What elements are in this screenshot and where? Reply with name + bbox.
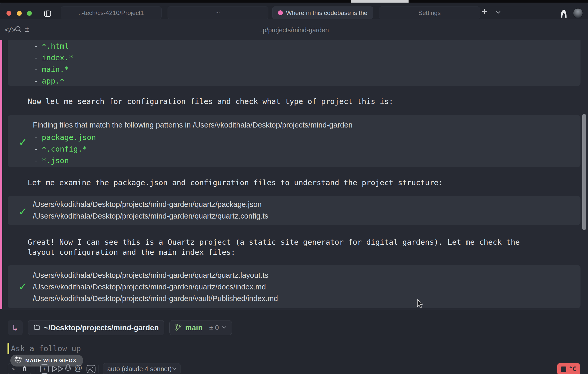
tab-list-chevron-down-icon[interactable] bbox=[495, 10, 501, 15]
terminal-mode-icon[interactable]: >_ bbox=[11, 366, 18, 372]
tool-call-block-patterns-top[interactable]: -*.html -index.* -main.* -app.* bbox=[8, 40, 581, 86]
conversation-area: -*.html -index.* -main.* -app.* Now let … bbox=[0, 40, 588, 310]
text-cursor bbox=[7, 343, 9, 354]
minimize-window-button[interactable] bbox=[17, 11, 22, 16]
close-window-button[interactable] bbox=[6, 11, 11, 16]
mention-icon[interactable]: @ bbox=[74, 364, 82, 373]
file-path: /Users/vkodithala/Desktop/projects/mind-… bbox=[33, 294, 278, 303]
current-path-title: ..p/projects/mind-garden bbox=[0, 26, 588, 34]
pattern-item: -*.json bbox=[34, 156, 69, 165]
working-directory-pill[interactable]: ~/Desktop/projects/mind-garden bbox=[28, 320, 164, 335]
tools-divider bbox=[99, 365, 99, 373]
file-path: /Users/vkodithala/Desktop/projects/mind-… bbox=[33, 283, 266, 291]
interrupt-button[interactable]: ^C bbox=[557, 363, 580, 374]
stop-icon bbox=[561, 366, 566, 372]
pattern-item: -main.* bbox=[34, 65, 69, 74]
desktop-background-light-segment bbox=[351, 0, 409, 3]
microphone-icon[interactable] bbox=[64, 364, 72, 374]
user-avatar[interactable] bbox=[573, 8, 583, 18]
activity-dot-icon bbox=[278, 10, 283, 15]
maximize-window-button[interactable] bbox=[27, 11, 32, 16]
folder-icon bbox=[33, 324, 41, 332]
chevron-down-icon bbox=[222, 325, 227, 330]
file-path: /Users/vkodithala/Desktop/projects/mind-… bbox=[33, 200, 262, 209]
tab-label: Settings bbox=[418, 9, 441, 17]
branch-name: main bbox=[185, 324, 203, 332]
scrollbar-thumb[interactable] bbox=[582, 114, 586, 230]
diff-count: ± 0 bbox=[209, 324, 219, 332]
interrupt-label: ^C bbox=[569, 365, 576, 373]
return-arrow-icon: ↳ bbox=[13, 323, 18, 333]
tool-call-block-read-layout-files[interactable]: ✓ /Users/vkodithala/Desktop/projects/min… bbox=[8, 265, 581, 308]
tab-project1[interactable]: ..-tech/cs-4210/Project1 bbox=[61, 6, 162, 19]
context-bar: ↳ ~/Desktop/projects/mind-garden main ± … bbox=[8, 320, 232, 335]
pattern-item: -app.* bbox=[34, 77, 64, 85]
git-branch-icon bbox=[175, 323, 182, 332]
model-label: auto (claude 4 sonnet) bbox=[107, 365, 172, 373]
pattern-item: -index.* bbox=[34, 54, 73, 62]
file-path: /Users/vkodithala/Desktop/projects/mind-… bbox=[33, 271, 268, 280]
terminal-window: ..-tech/cs-4210/Project1 ~ Where in this… bbox=[0, 3, 588, 374]
watermark-label: MADE WITH GIFOX bbox=[25, 358, 77, 363]
success-check-icon: ✓ bbox=[19, 280, 26, 292]
attach-image-icon[interactable] bbox=[86, 364, 96, 374]
pattern-item: -package.json bbox=[34, 133, 96, 142]
desktop-background-strip bbox=[0, 0, 588, 3]
tools-divider bbox=[36, 365, 36, 373]
mode-switcher[interactable]: >_ bbox=[8, 363, 31, 374]
agent-accent-stripe bbox=[0, 40, 2, 309]
pill-divider bbox=[206, 324, 206, 332]
composer-tools-row: >_ / @ auto (claude 4 sonnet) bbox=[0, 363, 588, 374]
toolbar: </> ± ..p/projects/mind-garden bbox=[0, 19, 588, 40]
fast-forward-icon[interactable] bbox=[51, 365, 64, 374]
model-selector[interactable]: auto (claude 4 sonnet) bbox=[103, 363, 180, 374]
agent-mode-icon[interactable] bbox=[22, 365, 27, 373]
pattern-item: -*.config.* bbox=[34, 145, 87, 153]
tab-settings[interactable]: Settings bbox=[379, 6, 480, 19]
sidebar-toggle-icon[interactable] bbox=[44, 10, 51, 18]
slash-command-icon[interactable]: / bbox=[40, 364, 49, 374]
agent-message: Let me examine the package.json and conf… bbox=[28, 178, 443, 188]
mouse-cursor bbox=[416, 299, 425, 310]
tool-call-block-find-files[interactable]: ✓ Finding files that match the following… bbox=[8, 115, 581, 167]
tab-home[interactable]: ~ bbox=[168, 6, 268, 19]
tool-call-header: Finding files that match the following p… bbox=[33, 121, 352, 129]
followup-input[interactable]: Ask a follow up bbox=[11, 344, 81, 353]
tab-codebase-question[interactable]: Where in this codebase is the bbox=[272, 6, 373, 19]
chevron-down-icon bbox=[172, 367, 177, 371]
agent-message: Now let me search for configuration file… bbox=[28, 96, 393, 107]
return-button[interactable]: ↳ bbox=[8, 320, 23, 335]
pattern-item: -*.html bbox=[34, 42, 69, 50]
tab-label: ~ bbox=[216, 9, 220, 17]
tool-call-block-read-files[interactable]: ✓ /Users/vkodithala/Desktop/projects/min… bbox=[8, 196, 581, 225]
new-tab-button[interactable]: + bbox=[481, 6, 487, 17]
agent-message: Great! Now I can see this is a Quartz pr… bbox=[28, 237, 541, 257]
success-check-icon: ✓ bbox=[19, 205, 26, 217]
success-check-icon: ✓ bbox=[19, 136, 26, 148]
file-path: /Users/vkodithala/Desktop/projects/mind-… bbox=[33, 212, 268, 220]
composer-panel: ↳ ~/Desktop/projects/mind-garden main ± … bbox=[0, 310, 588, 374]
tab-label: ..-tech/cs-4210/Project1 bbox=[78, 9, 144, 17]
app-logo-icon[interactable] bbox=[559, 9, 568, 20]
tab-label: Where in this codebase is the bbox=[286, 9, 367, 17]
working-directory-label: ~/Desktop/projects/mind-garden bbox=[44, 324, 159, 332]
git-status-pill[interactable]: main ± 0 bbox=[169, 320, 232, 335]
titlebar: ..-tech/cs-4210/Project1 ~ Where in this… bbox=[0, 3, 588, 19]
